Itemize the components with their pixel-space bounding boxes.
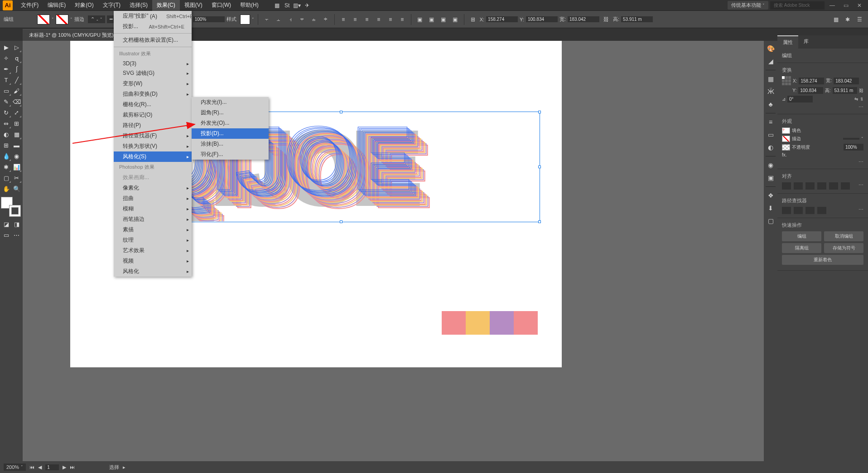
mi-gallery[interactable]: 效果画廊... [114,172,192,183]
link-wh-icon[interactable]: ⛓ [601,15,611,24]
align-t-icon[interactable]: ⫧ [297,15,307,24]
graphic-styles-icon[interactable]: ▣ [765,172,776,184]
color-guide-icon[interactable]: ◢ [765,55,776,67]
prop-angle[interactable]: 0° [787,96,813,102]
dist-1-icon[interactable]: ≡ [338,15,348,24]
graph-tool[interactable]: 📊 [11,161,22,172]
search-input[interactable]: 搜索 Adobe Stock [770,1,825,10]
slice-tool[interactable]: ✂ [11,172,22,183]
flip-v-icon[interactable]: ⥮ [860,97,863,102]
mi-warp[interactable]: 变形(W) [114,78,192,89]
quick-ungroup[interactable]: 取消编组 [824,231,863,241]
opacity-field[interactable]: 100% [193,16,225,22]
reference-point[interactable] [782,76,791,85]
transform-icon[interactable]: ⊞ [468,15,478,24]
menu-view[interactable]: 视图(V) [180,0,207,11]
zoom-tool[interactable]: 🔍 [11,183,22,194]
pf-3-icon[interactable]: ▣ [439,15,448,24]
w-field[interactable]: 183.042 [568,16,599,22]
nav-next-icon[interactable]: ▶ [63,464,66,470]
prop-x[interactable]: 158.274 [799,78,824,84]
prefs-icon[interactable]: ✱ [843,15,853,24]
menu-edit[interactable]: 编辑(E) [43,0,70,11]
mi-crop[interactable]: 裁剪标记(O) [114,110,192,120]
mi-blur[interactable]: 模糊 [114,204,192,214]
type-tool[interactable]: T [1,74,11,85]
mi-3d[interactable]: 3D(3) [114,59,192,68]
align-r-icon[interactable]: ⫞ [285,15,295,24]
direct-select-tool[interactable]: ▷ [11,42,22,53]
line-tool[interactable]: ╱ [11,74,22,85]
color-mode-icon[interactable]: ◪ [1,219,11,229]
gpu-icon[interactable]: ✈ [302,0,312,10]
align-c-icon[interactable]: ⫠ [274,15,284,24]
menu-help[interactable]: 帮助(H) [236,0,263,11]
pf-2-icon[interactable]: ▣ [427,15,437,24]
quick-isolate[interactable]: 隔离组 [782,243,821,253]
rect-tool[interactable]: ▭ [1,85,11,96]
perspective-tool[interactable]: ▦ [11,129,22,140]
align-btn-5[interactable] [829,182,838,190]
tab-libraries[interactable]: 库 [798,35,814,49]
mi-pathfinder[interactable]: 路径查找器(F) [114,131,192,141]
symbol-tool[interactable]: ✱ [1,161,11,172]
align-l-icon[interactable]: ⫟ [262,15,272,24]
more-options-icon[interactable]: ⋯ [858,104,863,110]
mi-apply-last[interactable]: 应用"投影" (A)Shift+Ctrl+E [114,11,192,21]
menu-window[interactable]: 窗口(W) [207,0,236,11]
prop-y[interactable]: 100.834 [798,87,823,94]
prop-w[interactable]: 183.042 [834,78,859,84]
gradient-tool[interactable]: ▬ [11,140,22,151]
align-btn-2[interactable] [794,182,803,190]
color-swatches[interactable] [442,311,538,335]
align-btn-4[interactable] [817,182,826,190]
edit-toolbar-icon[interactable]: ⋯ [11,229,22,240]
align-btn-6[interactable] [841,182,850,190]
mi-last-effect[interactable]: 投影...Alt+Shift+Ctrl+E [114,21,192,32]
dist-2-icon[interactable]: ≡ [350,15,360,24]
artboard-nav[interactable]: 1 [45,464,59,470]
eyedropper-tool[interactable]: 💧 [1,151,11,161]
mi-video[interactable]: 视频 [114,256,192,266]
pf-1-icon[interactable]: ▣ [415,15,425,24]
free-transform-tool[interactable]: ⊞ [11,118,22,129]
shaper-tool[interactable]: ✎ [1,96,11,107]
mi-convert[interactable]: 转换为形状(V) [114,141,192,151]
menu-object[interactable]: 对象(O) [70,0,98,11]
blend-tool[interactable]: ◉ [11,151,22,161]
document-tab[interactable]: 未标题-1* @ 100% (CMYK/GPU 预览) [23,29,120,41]
wand-tool[interactable]: ✧ [1,53,11,63]
pf-4-icon[interactable]: ▣ [450,15,460,24]
artboards-panel-icon[interactable]: ▢ [765,215,776,227]
setup-icon[interactable]: ▦ [831,15,841,24]
prop-h[interactable]: 53.911 m [833,87,857,94]
dist-5-icon[interactable]: ≡ [386,15,395,24]
min-button[interactable]: — [826,1,838,10]
bridge-icon[interactable]: ▦ [272,0,282,10]
pen-tool[interactable]: ✒ [1,63,11,74]
more-options-icon2[interactable]: ⋯ [858,159,863,165]
nav-first-icon[interactable]: ⏮ [29,464,34,470]
lasso-tool[interactable]: ɋ [11,53,22,63]
mi-ps-distort[interactable]: 扭曲 [114,193,192,204]
curvature-tool[interactable]: ʃ [11,63,22,74]
quick-recolor[interactable]: 重新着色 [782,255,863,265]
nav-prev-icon[interactable]: ◀ [38,464,42,470]
close-button[interactable]: ✕ [854,1,865,10]
eraser-tool[interactable]: ⌫ [11,96,22,107]
align-m-icon[interactable]: ⫨ [309,15,319,24]
mi-brush[interactable]: 画笔描边 [114,214,192,224]
fill-stroke-control[interactable] [1,197,21,217]
menu-effect[interactable]: 效果(C) [152,0,180,11]
mi-shadow[interactable]: 投影(D)... [192,128,269,139]
quick-symbol[interactable]: 存储为符号 [824,243,863,253]
style-swatch[interactable] [240,15,250,24]
nav-last-icon[interactable]: ⏭ [70,464,75,470]
mi-outer-glow[interactable]: 外发光(O)... [192,118,269,128]
mi-rasterize[interactable]: 栅格化(R)... [114,99,192,110]
swatches-panel-icon[interactable]: ▦ [765,73,776,85]
stroke-panel-icon[interactable]: ≡ [765,116,776,128]
layers-panel-icon[interactable]: ❖ [765,190,776,201]
dist-6-icon[interactable]: ≡ [397,15,407,24]
mi-round[interactable]: 圆角(R)... [192,107,269,118]
